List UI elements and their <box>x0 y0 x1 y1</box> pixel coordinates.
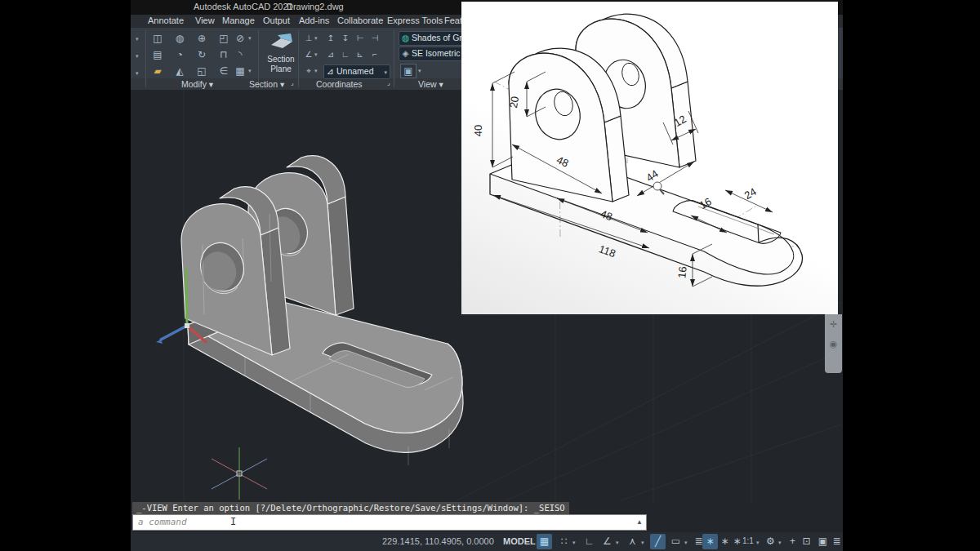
array-rect-icon[interactable]: ▦ <box>233 64 247 78</box>
ucs-3point-icon[interactable]: ⊾ <box>353 48 368 61</box>
settings-flyout-arrow[interactable]: ▾ <box>778 540 782 546</box>
visual-style-icon: ◍ <box>399 32 412 44</box>
isodraft-icon[interactable]: ⋏ <box>625 534 640 549</box>
hamburger-menu-icon[interactable]: ≣ <box>829 534 844 549</box>
isolate-objects-icon[interactable]: ⊡ <box>799 534 814 549</box>
scale-icon[interactable]: ⊓ <box>216 48 231 61</box>
dim-16-base: 16 <box>675 266 688 279</box>
move-icon[interactable]: ⊕ <box>194 32 209 45</box>
fillet-icon[interactable]: ◝ <box>233 48 247 61</box>
ucs-face-icon[interactable]: ⊢ <box>353 32 368 45</box>
ucs-small-icon: ⊿ <box>324 65 336 78</box>
polar-flyout-arrow[interactable]: ▾ <box>616 540 619 546</box>
tab-featured-apps[interactable]: Feat <box>444 16 462 25</box>
trim-flyout-arrow[interactable]: ▾ <box>248 35 252 42</box>
tab-manage[interactable]: Manage <box>222 16 255 25</box>
dim-40: 40 <box>472 125 484 136</box>
orbit-icon[interactable]: ◉ <box>825 334 842 353</box>
command-placeholder: a command <box>138 517 187 527</box>
navigation-bar[interactable]: ✛ ◉ <box>825 314 842 373</box>
view-compass-icon: ◈ <box>399 47 412 60</box>
ucs-name-dropdown[interactable]: ⊿Unnamed▾ <box>323 64 390 79</box>
ucs-object-icon[interactable]: ⊣ <box>368 32 382 45</box>
ucs-y-icon[interactable]: ∟ <box>338 48 353 61</box>
rotate-icon[interactable]: ↻ <box>194 48 209 61</box>
explode-icon[interactable]: ▤ <box>150 48 165 61</box>
visual-styles-manager-icon[interactable]: ▣ <box>400 64 416 78</box>
ucs-origin-icon[interactable]: ⌐ <box>368 48 382 61</box>
view-panel-label[interactable]: View ▾ <box>418 79 443 89</box>
trim-icon[interactable]: ⊘ <box>233 32 247 45</box>
snap-flyout-arrow[interactable]: ▾ <box>572 540 576 546</box>
offset-icon[interactable]: ∈ <box>216 64 231 78</box>
dyninput-flyout-arrow[interactable]: ▾ <box>684 540 688 546</box>
mirror-icon[interactable]: ◫ <box>150 32 165 45</box>
clipped-flyout-arrow[interactable]: ▾ <box>136 53 139 60</box>
array-icon[interactable]: ◔ <box>172 48 187 61</box>
section-panel-label[interactable]: Section ▾ <box>249 79 284 89</box>
coordinates-readout: 229.1415, 110.4905, 0.0000 <box>382 536 494 546</box>
erase-icon[interactable]: ▰ <box>150 64 165 78</box>
tab-add-ins[interactable]: Add-ins <box>299 16 329 25</box>
snap-icon[interactable]: ∷ <box>556 534 572 549</box>
reference-drawing-overlay: 40 20 48 12 44 24 16 48 118 16 <box>461 2 838 314</box>
app-title: Autodesk AutoCAD 2021 <box>194 2 293 11</box>
dim-44: 44 <box>644 167 660 184</box>
solid-model[interactable] <box>181 156 463 465</box>
stretch-icon[interactable]: ◱ <box>194 64 209 78</box>
array-flyout-arrow[interactable]: ▾ <box>248 68 252 74</box>
align-icon[interactable]: ◭ <box>172 64 187 78</box>
vs-flyout-arrow[interactable]: ▾ <box>418 68 421 74</box>
pan-icon[interactable]: ✛ <box>825 314 842 334</box>
ortho-icon[interactable]: ∟ <box>581 534 597 549</box>
part-outline <box>490 14 802 286</box>
ucs-x-icon[interactable]: ⊿ <box>323 48 338 61</box>
status-bar: 229.1415, 110.4905, 0.0000 MODEL ▦ ∷ ▾ ∟… <box>131 532 843 551</box>
ucs-named-flyout-arrow[interactable]: ▾ <box>314 68 318 74</box>
section-plane-button[interactable]: Section Plane <box>260 30 302 78</box>
reference-drawing: 40 20 48 12 44 24 16 48 118 16 <box>461 2 838 314</box>
object-snap-icon[interactable]: ╱ <box>650 534 666 549</box>
coordinates-panel-launcher[interactable]: ⌟ <box>387 79 390 87</box>
tab-view[interactable]: View <box>195 16 215 25</box>
isodraft-flyout-arrow[interactable]: ▾ <box>641 540 644 546</box>
clipped-flyout-arrow[interactable]: ▾ <box>136 36 139 42</box>
document-title: Drawing2.dwg <box>287 2 344 11</box>
tab-collaborate[interactable]: Collaborate <box>337 16 383 25</box>
tab-output[interactable]: Output <box>263 16 290 25</box>
dim-20: 20 <box>507 96 521 109</box>
clipped-flyout-arrow[interactable]: ▾ <box>136 70 139 77</box>
scale-flyout-arrow[interactable]: ▾ <box>756 540 760 546</box>
tab-express-tools[interactable]: Express Tools <box>387 16 443 25</box>
ucs-previous-icon[interactable]: ↧ <box>338 32 353 45</box>
screenshot-stage: Autodesk AutoCAD 2021 Drawing2.dwg Annot… <box>0 0 980 551</box>
grid-icon[interactable]: ▦ <box>537 534 552 549</box>
crosshair-cursor <box>212 447 267 500</box>
dynamic-input-icon[interactable]: ▭ <box>668 534 684 549</box>
ucs-world-icon[interactable]: ↥ <box>323 32 338 45</box>
command-expand-arrow[interactable]: ▲ <box>636 518 643 526</box>
settings-gear-icon[interactable]: ⚙ <box>763 534 778 549</box>
polar-tracking-icon[interactable]: ∠ <box>599 534 615 549</box>
section-panel-launcher[interactable]: ⌟ <box>291 79 294 87</box>
annotation-scale-value[interactable]: 1:1 <box>742 536 754 545</box>
modify-panel-label[interactable]: Modify ▾ <box>181 79 213 89</box>
blend-icon[interactable]: ◍ <box>172 32 187 45</box>
copy-icon[interactable]: ◰ <box>216 32 231 45</box>
annotation-visibility-icon[interactable]: ∗ <box>702 534 718 549</box>
coordinates-panel-label[interactable]: Coordinates <box>316 79 363 89</box>
ucs-flyout-arrow[interactable]: ▾ <box>314 35 318 42</box>
command-input[interactable]: a command I ▲ <box>132 514 647 531</box>
model-space-button[interactable]: MODEL <box>503 536 536 546</box>
ucs-z-flyout-arrow[interactable]: ▾ <box>314 51 318 58</box>
command-history-line: _-VIEW Enter an option [?/Delete/Orthogr… <box>132 502 569 514</box>
dim-118: 118 <box>597 242 617 260</box>
section-plane-icon <box>268 32 296 53</box>
tab-annotate[interactable]: Annotate <box>148 16 184 25</box>
text-cursor: I <box>230 516 236 527</box>
